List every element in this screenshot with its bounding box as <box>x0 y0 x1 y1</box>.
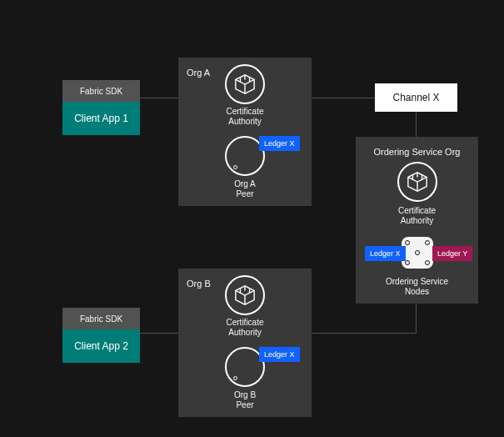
text: Peer <box>236 189 253 198</box>
text: Ordering Service <box>386 277 448 286</box>
org-a-ca-label: Certificate Authority <box>178 107 312 127</box>
client2-sdk-label: Fabric SDK <box>80 314 122 324</box>
cube-icon <box>232 284 257 306</box>
ordering-node-label: Ordering Service Nodes <box>356 277 478 297</box>
connector <box>416 304 417 334</box>
client1-sdk-label: Fabric SDK <box>80 87 122 96</box>
org-b-ledger-tag: Ledger X <box>259 347 300 362</box>
text: Peer <box>236 400 253 409</box>
org-a-title: Org A <box>187 68 210 78</box>
ca-icon <box>225 64 265 104</box>
ordering-ledger-x: Ledger X <box>365 246 406 261</box>
org-b-peer-label: Org B Peer <box>178 390 312 410</box>
peer-dot-icon <box>233 165 237 169</box>
text: Authority <box>401 216 433 225</box>
ordering-org-box: Ordering Service Org Certificate Authori… <box>356 137 478 304</box>
org-b-title: Org B <box>187 279 211 289</box>
cube-icon <box>232 73 257 95</box>
channel-label: Channel X <box>392 92 439 103</box>
org-a-box: Org A Certificate Authority Ledger X Org… <box>178 58 312 206</box>
ca-icon <box>225 275 265 315</box>
client2-sdk: Fabric SDK <box>62 308 140 329</box>
text: Ledger X <box>264 350 295 359</box>
channel-box: Channel X <box>375 83 457 112</box>
connector <box>312 98 375 98</box>
org-b-ca-label: Certificate Authority <box>178 318 312 338</box>
ordering-ca-label: Certificate Authority <box>356 206 478 226</box>
text: Certificate <box>226 318 263 327</box>
org-a-ledger-tag: Ledger X <box>259 136 300 151</box>
text: Certificate <box>226 107 263 116</box>
client2-app: Client App 2 <box>62 329 140 363</box>
client1-app-label: Client App 1 <box>74 113 128 124</box>
client1-sdk: Fabric SDK <box>62 80 140 102</box>
cube-icon <box>405 171 430 193</box>
connector <box>140 98 178 98</box>
ca-icon <box>397 162 437 202</box>
ordering-node-icon <box>402 237 433 269</box>
client2-app-label: Client App 2 <box>74 340 128 352</box>
client1-app: Client App 1 <box>62 102 140 135</box>
connector <box>416 112 417 137</box>
connector <box>312 333 417 334</box>
text: Authority <box>228 328 261 337</box>
text: Ledger X <box>370 249 401 258</box>
text: Certificate <box>398 206 436 215</box>
org-a-peer-label: Org A Peer <box>178 179 312 199</box>
text: Ledger X <box>264 139 295 148</box>
peer-dot-icon <box>233 376 237 380</box>
ordering-org-title: Ordering Service Org <box>356 147 478 157</box>
text: Ledger Y <box>437 249 467 258</box>
diagram-canvas: Fabric SDK Client App 1 Fabric SDK Clien… <box>0 0 504 437</box>
text: Authority <box>228 117 261 126</box>
connector <box>140 333 178 334</box>
text: Org B <box>234 390 256 399</box>
text: Org A <box>234 179 256 188</box>
org-b-box: Org B Certificate Authority Ledger X Org… <box>178 269 312 417</box>
text: Nodes <box>405 287 429 296</box>
ordering-ledger-y: Ledger Y <box>432 246 472 261</box>
